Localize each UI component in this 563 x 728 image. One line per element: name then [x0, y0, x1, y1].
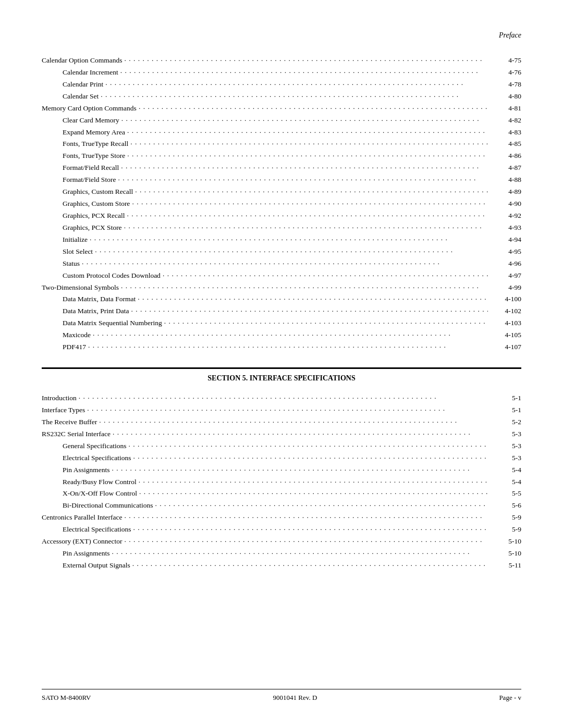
toc-entry: Custom Protocol Codes Download4-97	[42, 270, 521, 281]
toc-label: Graphics, PCX Recall	[63, 211, 125, 221]
toc-dots	[139, 475, 488, 486]
toc-label: X-On/X-Off Flow Control	[63, 488, 137, 499]
toc-label: Graphics, Custom Store	[63, 199, 130, 209]
toc-label: RS232C Serial Interface	[42, 429, 111, 440]
toc-entry: Memory Card Option Commands4-81	[42, 103, 521, 114]
toc-entry: Graphics, PCX Recall4-92	[42, 211, 521, 221]
toc-page: 5-1	[490, 405, 521, 416]
toc-dots	[99, 415, 488, 426]
toc-label: Initialize	[63, 235, 88, 245]
toc-dots	[155, 499, 488, 510]
toc-page: 5-2	[490, 417, 521, 428]
toc-dots	[121, 114, 488, 125]
toc-entry: Introduction5-1	[42, 393, 521, 404]
toc-dots	[138, 292, 488, 303]
toc-entry: Graphics, PCX Store4-93	[42, 223, 521, 233]
toc-dots	[101, 90, 488, 101]
toc-page: 4-99	[490, 282, 521, 293]
toc-entry: Electrical Specifications5-9	[42, 524, 521, 535]
toc-label: Pin Assignments	[63, 465, 109, 476]
toc-dots	[121, 161, 488, 172]
toc-page: 4-81	[490, 103, 521, 114]
toc-entry: Ready/Busy Flow Control5-4	[42, 477, 521, 488]
toc-dots	[127, 126, 488, 137]
toc-label: Graphics, PCX Store	[63, 223, 122, 233]
toc-dots	[95, 245, 488, 256]
toc-label: External Output Signals	[63, 560, 130, 571]
toc-label: Fonts, TrueType Store	[63, 151, 125, 162]
toc-page: 5-9	[490, 524, 521, 535]
toc-label: Interface Types	[42, 405, 85, 416]
toc-dots	[124, 535, 488, 546]
toc-entry: Slot Select4-95	[42, 246, 521, 257]
toc-entry: Status4-96	[42, 258, 521, 269]
toc-dots	[90, 233, 488, 244]
toc-label: Calendar Option Commands	[42, 55, 122, 66]
toc-page: 4-85	[490, 139, 521, 150]
footer-right: Page - v	[499, 694, 521, 702]
toc-dots	[105, 78, 488, 89]
toc-entry: Initialize4-94	[42, 235, 521, 245]
toc-page: 5-4	[490, 477, 521, 488]
toc-page: 5-11	[490, 560, 521, 571]
toc-dots	[87, 403, 488, 414]
toc-label: Calendar Set	[63, 91, 99, 102]
toc-dots	[163, 269, 488, 280]
toc-dots	[130, 137, 488, 148]
toc-dots	[133, 451, 488, 462]
toc-entry: PDF4174-107	[42, 342, 521, 353]
toc-entry: General Specifications5-3	[42, 441, 521, 452]
header-text: Preface	[499, 31, 521, 39]
toc-label: Centronics Parallel Interface	[42, 512, 122, 523]
toc-page: 5-9	[490, 512, 521, 523]
toc-dots	[124, 221, 488, 232]
toc-page: 4-97	[490, 270, 521, 281]
toc-entry: Maxicode4-105	[42, 330, 521, 341]
toc-entry: Pin Assignments5-10	[42, 548, 521, 559]
toc-page: 4-76	[490, 67, 521, 78]
toc-page: 4-90	[490, 199, 521, 209]
toc-entry: Calendar Print4-78	[42, 79, 521, 90]
toc-page: 5-3	[490, 429, 521, 440]
section-divider	[42, 367, 521, 369]
toc-label: Memory Card Option Commands	[42, 103, 137, 114]
toc-dots	[113, 427, 488, 438]
toc-page: 4-82	[490, 115, 521, 126]
toc-label: Clear Card Memory	[63, 115, 119, 126]
toc-label: Pin Assignments	[63, 548, 109, 559]
toc-page: 4-78	[490, 79, 521, 90]
toc-label: Ready/Busy Flow Control	[63, 477, 137, 488]
toc-label: Electrical Specifications	[63, 524, 131, 535]
toc-entry: Expand Memory Area4-83	[42, 127, 521, 138]
toc-page: 4-87	[490, 163, 521, 174]
toc-page: 4-107	[490, 342, 521, 353]
toc-dots	[79, 391, 488, 402]
toc-label: Electrical Specifications	[63, 453, 131, 464]
toc-dots	[124, 511, 488, 522]
toc-entry: Calendar Increment4-76	[42, 67, 521, 78]
toc-entry: Graphics, Custom Recall4-89	[42, 187, 521, 198]
toc-label: Status	[63, 258, 80, 269]
toc-label: General Specifications	[63, 441, 127, 452]
toc-entry: Two-Dimensional Symbols4-99	[42, 282, 521, 293]
toc-label: Data Matrix, Data Format	[63, 294, 136, 305]
toc-dots	[132, 197, 488, 208]
toc-page: 4-86	[490, 151, 521, 162]
toc-label: Fonts, TrueType Recall	[63, 139, 128, 150]
toc-label: Format/Field Recall	[63, 163, 119, 174]
toc-entry: Fonts, TrueType Store4-86	[42, 151, 521, 162]
toc-entry: The Receive Buffer5-2	[42, 417, 521, 428]
toc-label: Two-Dimensional Symbols	[42, 282, 119, 293]
toc-entry: Interface Types5-1	[42, 405, 521, 416]
toc-dots	[112, 547, 488, 558]
toc-page: 5-3	[490, 441, 521, 452]
toc-page: 5-4	[490, 465, 521, 476]
toc-page: 4-103	[490, 318, 521, 329]
toc-dots	[93, 328, 488, 339]
toc-label: PDF417	[63, 342, 86, 353]
toc-page: 5-5	[490, 488, 521, 499]
toc-dots	[139, 102, 488, 113]
section5-toc: Introduction5-1Interface Types5-1The Rec…	[42, 393, 521, 571]
toc-label: Calendar Increment	[63, 67, 118, 78]
toc-label: The Receive Buffer	[42, 417, 97, 428]
